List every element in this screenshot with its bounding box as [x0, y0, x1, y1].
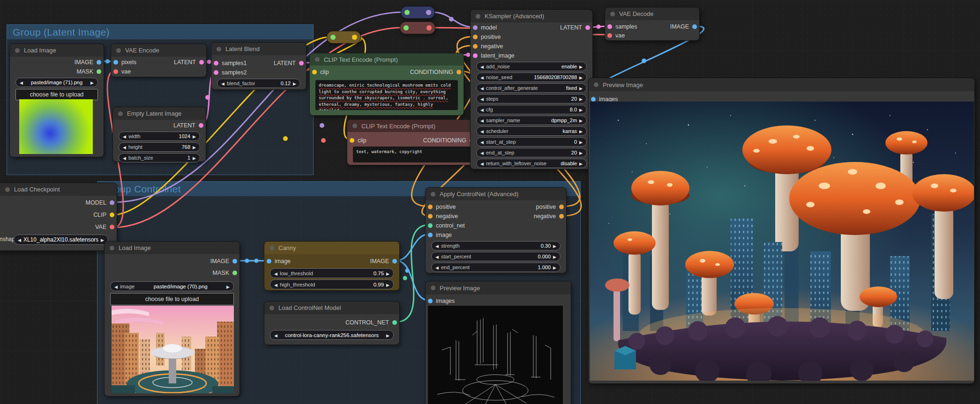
- collapsed-node-vae-reroute[interactable]: [400, 22, 435, 34]
- node-collapse-dot[interactable]: [15, 48, 20, 53]
- node-title-bar[interactable]: Load Image: [10, 44, 104, 57]
- decrement-arrow-icon[interactable]: [480, 107, 484, 112]
- increment-arrow-icon[interactable]: [293, 81, 296, 86]
- node-title-bar[interactable]: Apply ControlNet (Advanced): [426, 188, 566, 200]
- node-apply-controlnet-advanced[interactable]: Apply ControlNet (Advanced) positive pos…: [425, 187, 567, 273]
- end-at-step-widget[interactable]: end_at_step20: [476, 148, 587, 157]
- conditioning-output-dot[interactable]: [456, 70, 461, 74]
- samples-input-dot[interactable]: [607, 24, 612, 29]
- increment-arrow-icon[interactable]: [579, 118, 583, 123]
- node-collapse-dot[interactable]: [431, 286, 435, 290]
- node-title-bar[interactable]: Preview Image: [426, 281, 571, 294]
- control-after-generate-widget[interactable]: control_after_generatefixed: [476, 83, 587, 93]
- node-preview-image-canny[interactable]: Preview Image images: [425, 281, 571, 404]
- node-collapse-dot[interactable]: [315, 57, 320, 62]
- node-load-image-top[interactable]: Load Image IMAGE MASK pasted/image (71).…: [9, 44, 104, 157]
- negative-output-dot[interactable]: [559, 214, 564, 219]
- mask-output-dot[interactable]: [232, 271, 237, 275]
- increment-arrow-icon[interactable]: [101, 236, 104, 243]
- increment-arrow-icon[interactable]: [193, 155, 196, 161]
- node-vae-decode[interactable]: VAE Decode samples IMAGE vae: [605, 7, 700, 41]
- node-collapse-dot[interactable]: [594, 82, 598, 87]
- vae-input-dot[interactable]: [607, 33, 612, 38]
- decrement-arrow-icon[interactable]: [274, 271, 277, 276]
- collapsed-indicator-dot[interactable]: [330, 35, 336, 40]
- latent-output-dot[interactable]: [199, 60, 204, 65]
- latent-output-dot[interactable]: [299, 61, 304, 66]
- increment-arrow-icon[interactable]: [553, 264, 556, 270]
- decrement-arrow-icon[interactable]: [480, 118, 484, 123]
- steps-widget[interactable]: steps20: [476, 94, 587, 103]
- node-collapse-dot[interactable]: [118, 111, 123, 116]
- image-output-dot[interactable]: [692, 24, 697, 29]
- latent-output-dot[interactable]: [585, 25, 590, 30]
- decrement-arrow-icon[interactable]: [114, 284, 118, 289]
- increment-arrow-icon[interactable]: [579, 74, 583, 80]
- increment-arrow-icon[interactable]: [579, 64, 583, 69]
- decrement-arrow-icon[interactable]: [480, 74, 484, 80]
- image-output-dot[interactable]: [392, 259, 397, 264]
- mask-output-dot[interactable]: [97, 69, 101, 74]
- prompt-textarea[interactable]: dreamscape, oniric technological mushroo…: [315, 80, 458, 110]
- decrement-arrow-icon[interactable]: [480, 85, 484, 91]
- decrement-arrow-icon[interactable]: [435, 254, 439, 259]
- node-empty-latent-image[interactable]: Empty Latent Image LATENT width1024 heig…: [112, 107, 206, 162]
- node-title-bar[interactable]: Preview Image: [589, 78, 974, 91]
- samples2-input-dot[interactable]: [214, 70, 218, 75]
- clip-output-dot[interactable]: [110, 213, 114, 217]
- node-title-bar[interactable]: Load Image: [105, 242, 239, 254]
- node-clip-text-encode-negative[interactable]: CLIP Text Encode (Prompt) clip CONDITION…: [347, 119, 477, 165]
- node-collapse-dot[interactable]: [110, 246, 114, 250]
- node-load-controlnet-model[interactable]: Load ControlNet Model CONTROL_NET contro…: [264, 301, 400, 345]
- decrement-arrow-icon[interactable]: [274, 282, 277, 287]
- increment-arrow-icon[interactable]: [386, 282, 389, 287]
- increment-arrow-icon[interactable]: [553, 254, 556, 259]
- node-load-checkpoint[interactable]: Load Checkpoint MODEL CLIP VAE nshape XL…: [0, 183, 117, 251]
- decrement-arrow-icon[interactable]: [480, 64, 484, 69]
- control-net-name-widget[interactable]: control-lora-canny-rank256.safetensors: [270, 330, 394, 340]
- ckpt-name-widget[interactable]: XL10_alpha2Xl10.safetensors: [14, 235, 108, 245]
- node-collapse-dot[interactable]: [610, 12, 615, 16]
- height-widget[interactable]: height768: [119, 142, 200, 152]
- noise-seed-widget[interactable]: noise_seed156680208700288: [476, 73, 587, 82]
- node-title-bar[interactable]: Empty Latent Image: [113, 107, 206, 120]
- negative-input-dot[interactable]: [428, 214, 433, 219]
- decrement-arrow-icon[interactable]: [480, 139, 484, 145]
- increment-arrow-icon[interactable]: [579, 128, 583, 134]
- node-ksampler-advanced[interactable]: KSampler (Advanced) model LATENT positiv…: [470, 9, 593, 169]
- control-net-output-dot[interactable]: [392, 320, 397, 325]
- increment-arrow-icon[interactable]: [90, 80, 94, 85]
- decrement-arrow-icon[interactable]: [480, 150, 484, 155]
- decrement-arrow-icon[interactable]: [123, 133, 126, 139]
- increment-arrow-icon[interactable]: [579, 139, 583, 145]
- start-percent-widget[interactable]: start_percent0.000: [431, 252, 561, 261]
- sampler-name-widget[interactable]: sampler_namedpmpp_2m: [476, 116, 587, 125]
- pixels-input-dot[interactable]: [113, 60, 118, 65]
- node-collapse-dot[interactable]: [269, 306, 274, 310]
- node-canny[interactable]: Canny image IMAGE low_threshold0.75 high…: [264, 241, 400, 291]
- control-net-input-dot[interactable]: [428, 223, 433, 228]
- blend-factor-widget[interactable]: blend_factor0.12: [217, 79, 300, 88]
- node-collapse-dot[interactable]: [431, 192, 435, 197]
- increment-arrow-icon[interactable]: [193, 133, 196, 139]
- decrement-arrow-icon[interactable]: [123, 155, 126, 161]
- group-latent-image-title[interactable]: Group (Latent Image): [7, 25, 313, 39]
- node-title-bar[interactable]: VAE Decode: [605, 7, 699, 20]
- choose-file-button[interactable]: choose file to upload: [110, 293, 234, 305]
- node-collapse-dot[interactable]: [217, 47, 221, 51]
- increment-arrow-icon[interactable]: [579, 85, 583, 91]
- vae-output-dot[interactable]: [426, 25, 432, 30]
- node-title-bar[interactable]: Canny: [264, 242, 399, 254]
- node-title-bar[interactable]: Load Checkpoint: [0, 183, 117, 196]
- collapsed-indicator-dot[interactable]: [404, 25, 409, 30]
- decrement-arrow-icon[interactable]: [18, 236, 21, 243]
- negative-input-dot[interactable]: [473, 44, 478, 49]
- model-output-dot[interactable]: [110, 200, 114, 205]
- samples1-input-dot[interactable]: [214, 61, 218, 66]
- start-at-step-widget[interactable]: start_at_step0: [476, 137, 587, 147]
- add-noise-widget[interactable]: add_noiseenable: [476, 62, 587, 71]
- image-combo-widget[interactable]: imagepasted/image (70).png: [110, 281, 234, 291]
- low-threshold-widget[interactable]: low_threshold0.75: [270, 268, 394, 278]
- decrement-arrow-icon[interactable]: [435, 264, 439, 270]
- image-combo-widget[interactable]: pasted/image (71).png: [15, 78, 98, 87]
